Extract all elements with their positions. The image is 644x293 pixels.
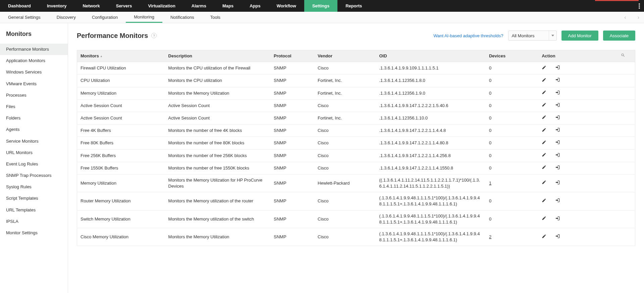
associate-icon — [555, 199, 560, 204]
device-count: 0 — [489, 198, 491, 203]
associate-row-button[interactable] — [555, 127, 560, 134]
col-vendor[interactable]: Vendor — [314, 50, 376, 62]
edit-button[interactable] — [542, 128, 546, 134]
cell-description: Active Session Count — [165, 112, 270, 124]
associate-row-button[interactable] — [555, 152, 560, 159]
edit-button[interactable] — [542, 78, 546, 84]
device-count-link[interactable]: 2 — [489, 234, 491, 239]
cell-vendor: Cisco — [314, 162, 376, 174]
associate-icon — [555, 128, 560, 133]
sidebar-item-syslog-rules[interactable]: Syslog Rules — [0, 181, 68, 193]
cell-description: Monitors the CPU utilization — [165, 75, 270, 87]
edit-button[interactable] — [542, 152, 546, 159]
edit-button[interactable] — [542, 180, 546, 186]
sidebar-item-ipsla[interactable]: IPSLA — [0, 216, 68, 227]
edit-button[interactable] — [542, 65, 546, 71]
cell-description: Monitors the number of free 80K blocks — [165, 137, 270, 149]
cell-protocol: SNMP — [270, 99, 314, 112]
col-protocol[interactable]: Protocol — [270, 50, 314, 62]
cell-oid: (.1.3.6.1.4.1.9.9.48.1.1.1.5.1*100)/(.1.… — [376, 228, 486, 246]
edit-button[interactable] — [542, 234, 546, 240]
sidebar-item-performance-monitors[interactable]: Performance Monitors — [0, 44, 68, 55]
sidebar-item-vmware-events[interactable]: VMware Events — [0, 78, 68, 90]
edit-button[interactable] — [542, 102, 546, 109]
topnav-item-settings[interactable]: Settings — [304, 0, 337, 12]
adaptive-thresholds-link[interactable]: Want AI-based adaptive thresholds? — [433, 33, 503, 38]
col-devices[interactable]: Devices — [486, 50, 538, 62]
sidebar-item-url-templates[interactable]: URL Templates — [0, 204, 68, 216]
cell-monitor: Active Session Count — [77, 112, 165, 124]
sidebar-item-windows-services[interactable]: Windows Services — [0, 66, 68, 78]
topnav-item-apps[interactable]: Apps — [241, 0, 269, 12]
sidebar-item-processes[interactable]: Processes — [0, 90, 68, 101]
sidebar-item-agents[interactable]: Agents — [0, 124, 68, 135]
sidebar-item-folders[interactable]: Folders — [0, 112, 68, 124]
cell-monitor: CPU Utilization — [77, 75, 165, 87]
subnav-prev-button[interactable]: ‹ — [622, 14, 628, 20]
col-description[interactable]: Description — [165, 50, 270, 62]
topnav-item-network[interactable]: Network — [74, 0, 108, 12]
edit-button[interactable] — [542, 216, 546, 222]
topnav-item-workflow[interactable]: Workflow — [269, 0, 304, 12]
table-row: Memory Utilization Monitors the Memory U… — [77, 87, 635, 99]
edit-button[interactable] — [542, 90, 546, 96]
associate-row-button[interactable] — [555, 165, 560, 172]
subnav-item-monitoring[interactable]: Monitoring — [126, 12, 162, 23]
edit-button[interactable] — [542, 115, 546, 121]
subnav-item-configuration[interactable]: Configuration — [84, 12, 126, 23]
sidebar-item-files[interactable]: Files — [0, 101, 68, 112]
associate-row-button[interactable] — [555, 234, 560, 240]
cell-monitor: Memory Utilization — [77, 174, 165, 192]
col-oid[interactable]: OID — [376, 50, 486, 62]
sidebar-item-event-log-rules[interactable]: Event Log Rules — [0, 158, 68, 170]
device-count: 0 — [489, 128, 491, 133]
associate-icon — [555, 217, 560, 222]
col-monitors[interactable]: Monitors▲ — [77, 50, 165, 62]
sidebar-item-monitor-settings[interactable]: Monitor Settings — [0, 227, 68, 239]
associate-row-button[interactable] — [555, 198, 560, 204]
topnav-item-alarms[interactable]: Alarms — [183, 0, 214, 12]
subnav-next-button[interactable]: › — [636, 14, 641, 20]
help-button[interactable]: ? — [151, 33, 157, 38]
edit-button[interactable] — [542, 198, 546, 204]
sidebar-item-snmp-trap-processors[interactable]: SNMP Trap Processors — [0, 170, 68, 181]
associate-row-button[interactable] — [555, 140, 560, 146]
cell-description: Monitors the number of free 1550K blocks — [165, 162, 270, 174]
associate-icon — [555, 78, 560, 83]
subnav-item-general-settings[interactable]: General Settings — [0, 12, 49, 23]
associate-row-button[interactable] — [555, 90, 560, 97]
associate-row-button[interactable] — [555, 216, 560, 223]
cell-protocol: SNMP — [270, 87, 314, 99]
topnav-item-maps[interactable]: Maps — [214, 0, 241, 12]
sidebar-item-script-templates[interactable]: Script Templates — [0, 193, 68, 204]
associate-row-button[interactable] — [555, 77, 560, 84]
sidebar-item-application-monitors[interactable]: Application Monitors — [0, 55, 68, 66]
associate-row-button[interactable] — [555, 115, 560, 121]
monitor-filter-dropdown[interactable]: All Monitors — [508, 31, 557, 41]
edit-icon — [542, 141, 546, 146]
subnav-item-notifications[interactable]: Notifications — [162, 12, 202, 23]
topnav-item-dashboard[interactable]: Dashboard — [0, 0, 39, 12]
associate-button[interactable]: Associate — [603, 31, 635, 41]
edit-button[interactable] — [542, 140, 546, 146]
topnav-item-servers[interactable]: Servers — [108, 0, 140, 12]
edit-button[interactable] — [542, 165, 546, 171]
device-count-link[interactable]: 1 — [489, 181, 491, 186]
topnav-item-inventory[interactable]: Inventory — [39, 0, 75, 12]
associate-row-button[interactable] — [555, 102, 560, 109]
more-menu-button[interactable] — [635, 0, 644, 12]
edit-icon — [542, 103, 546, 108]
table-search-button[interactable] — [618, 50, 635, 62]
accent-strip — [595, 0, 639, 1]
associate-row-button[interactable] — [555, 180, 560, 187]
edit-icon — [542, 153, 546, 158]
sidebar-item-service-monitors[interactable]: Service Monitors — [0, 136, 68, 147]
cell-vendor: Hewlett-Packard — [314, 174, 376, 192]
associate-row-button[interactable] — [555, 65, 560, 71]
add-monitor-button[interactable]: Add Monitor — [561, 31, 598, 41]
sidebar-item-url-monitors[interactable]: URL Monitors — [0, 147, 68, 158]
topnav-item-reports[interactable]: Reports — [337, 0, 370, 12]
subnav-item-discovery[interactable]: Discovery — [49, 12, 84, 23]
subnav-item-tools[interactable]: Tools — [202, 12, 228, 23]
topnav-item-virtualization[interactable]: Virtualization — [140, 0, 183, 12]
